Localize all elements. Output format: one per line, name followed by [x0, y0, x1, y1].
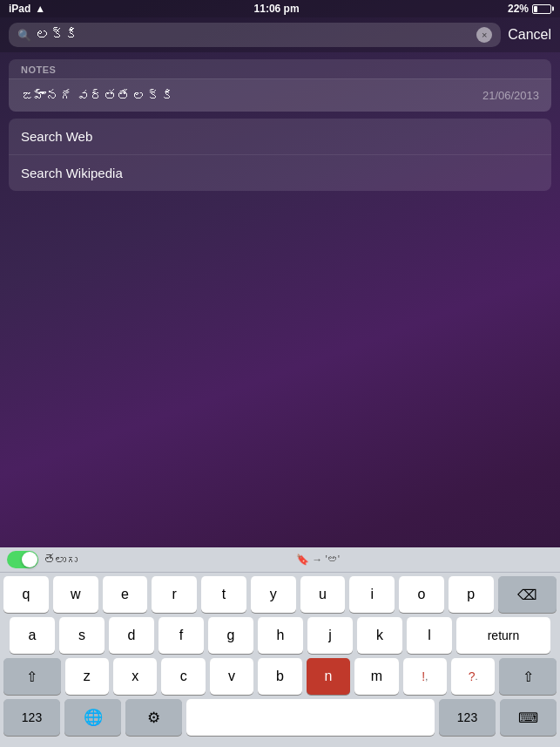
key-l[interactable]: l [407, 617, 452, 654]
key-b[interactable]: b [258, 658, 301, 695]
status-right: 22% [508, 3, 551, 15]
battery-icon [532, 4, 551, 14]
key-row-2: a s d f g h j k l return [3, 617, 557, 654]
key-row-4: 123 🌐 ⚙ 123 ⌨ [3, 699, 557, 736]
battery-fill [534, 6, 537, 12]
toggle-label: తెలుగు [44, 553, 78, 567]
status-left: iPad ▲ [9, 3, 45, 15]
key-m[interactable]: m [354, 658, 398, 695]
search-input[interactable] [37, 27, 471, 43]
key-t[interactable]: t [201, 576, 246, 613]
key-z[interactable]: z [65, 658, 109, 695]
key-p[interactable]: p [449, 576, 494, 613]
shift-left-key[interactable]: ⇧ [3, 658, 61, 695]
shift-right-key[interactable]: ⇧ [499, 658, 557, 695]
search-web-label: Search Web [21, 129, 92, 144]
key-exclaim[interactable]: !, [403, 658, 447, 695]
key-123-left[interactable]: 123 [3, 699, 60, 736]
notes-item[interactable]: జహా్నగే వర్తతే లక్కి 21/06/2013 [9, 78, 551, 112]
language-toggle[interactable] [7, 551, 38, 568]
return-key[interactable]: return [456, 617, 550, 654]
keyboard-rows: q w e r t y u i o p ⌫ a s d f g h j k l … [0, 573, 560, 747]
key-h[interactable]: h [258, 617, 303, 654]
key-row-3: ⇧ z x c v b n m !, ?. ⇧ [3, 658, 557, 695]
wifi-icon: ▲ [35, 3, 45, 15]
key-u[interactable]: u [300, 576, 346, 613]
key-f[interactable]: f [159, 617, 204, 654]
key-j[interactable]: j [307, 617, 353, 654]
search-wikipedia-item[interactable]: Search Wikipedia [9, 155, 551, 191]
key-settings[interactable]: ⚙ [125, 699, 182, 736]
key-n[interactable]: n [307, 658, 350, 695]
device-label: iPad [9, 3, 30, 15]
notes-item-date: 21/06/2013 [482, 89, 539, 102]
status-bar: iPad ▲ 11:06 pm 22% [0, 0, 560, 17]
toolbar-hint: 🔖 → 'అ' [296, 553, 340, 566]
key-y[interactable]: y [251, 576, 296, 613]
key-d[interactable]: d [109, 617, 154, 654]
key-space[interactable] [186, 699, 435, 736]
search-input-container[interactable]: 🔍 × [9, 23, 501, 47]
key-a[interactable]: a [10, 617, 55, 654]
key-q[interactable]: q [3, 576, 49, 613]
key-e[interactable]: e [103, 576, 148, 613]
key-question[interactable]: ?. [451, 658, 495, 695]
key-s[interactable]: s [59, 617, 105, 654]
toolbar-center: 🔖 → 'అ' [83, 553, 553, 566]
search-bar: 🔍 × Cancel [0, 17, 560, 52]
key-v[interactable]: v [210, 658, 253, 695]
keyboard-toolbar: తెలుగు 🔖 → 'అ' [0, 547, 560, 573]
key-globe[interactable]: 🌐 [64, 699, 121, 736]
key-r[interactable]: r [152, 576, 197, 613]
key-g[interactable]: g [208, 617, 253, 654]
key-x[interactable]: x [113, 658, 157, 695]
search-options: Search Web Search Wikipedia [9, 119, 551, 191]
status-time: 11:06 pm [254, 3, 300, 15]
keyboard-area: తెలుగు 🔖 → 'అ' q w e r t y u i o p ⌫ a s… [0, 547, 560, 747]
key-row-1: q w e r t y u i o p ⌫ [3, 576, 557, 613]
search-wikipedia-label: Search Wikipedia [21, 166, 123, 180]
cancel-button[interactable]: Cancel [508, 27, 551, 43]
search-icon: 🔍 [17, 29, 31, 42]
language-toggle-container: తెలుగు [7, 551, 78, 568]
main-content: NOTES జహా్నగే వర్తతే లక్కి 21/06/2013 Se… [0, 59, 560, 191]
key-keyboard[interactable]: ⌨ [500, 699, 557, 736]
toggle-knob [22, 552, 37, 567]
notes-section: NOTES జహా్నగే వర్తతే లక్కి 21/06/2013 [9, 59, 551, 112]
key-k[interactable]: k [357, 617, 402, 654]
key-o[interactable]: o [399, 576, 444, 613]
key-c[interactable]: c [161, 658, 205, 695]
battery-percent: 22% [508, 3, 529, 15]
key-i[interactable]: i [349, 576, 395, 613]
backspace-key[interactable]: ⌫ [498, 576, 557, 613]
key-w[interactable]: w [53, 576, 98, 613]
notes-item-text: జహా్నగే వర్తతే లక్కి [21, 88, 174, 103]
clear-button[interactable]: × [476, 27, 492, 43]
notes-section-label: NOTES [9, 59, 551, 78]
key-123-right[interactable]: 123 [439, 699, 496, 736]
search-web-item[interactable]: Search Web [9, 119, 551, 155]
